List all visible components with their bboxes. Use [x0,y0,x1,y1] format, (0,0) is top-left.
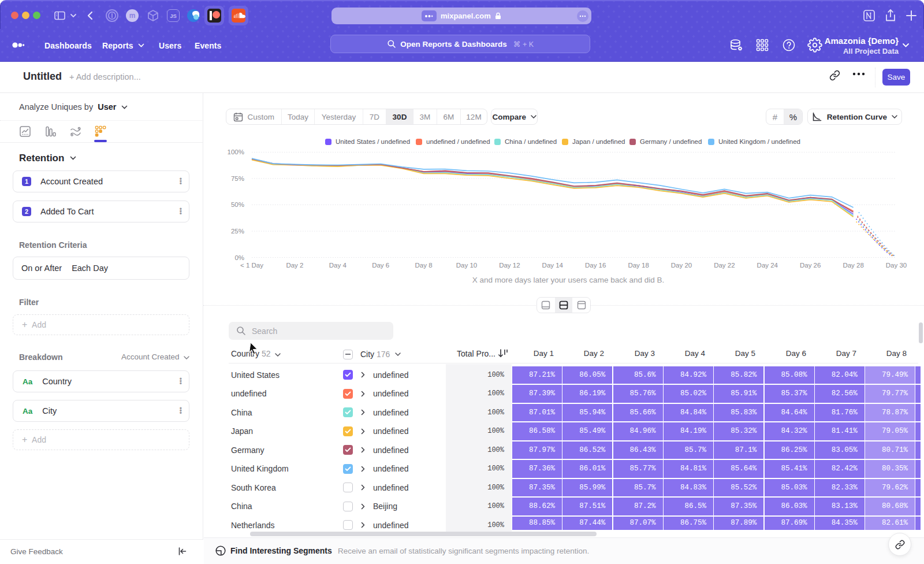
svg-text:Day 14: Day 14 [542,262,564,269]
svg-text:Day 12: Day 12 [499,262,520,269]
svg-text:Day 4: Day 4 [329,262,347,269]
svg-text:Day 18: Day 18 [628,262,649,269]
svg-text:Day 8: Day 8 [415,262,433,269]
svg-text:Day 2: Day 2 [286,262,303,269]
svg-text:0%: 0% [234,254,244,261]
svg-text:100%: 100% [228,149,244,155]
svg-text:Day 20: Day 20 [671,262,692,269]
svg-text:75%: 75% [231,175,244,182]
svg-text:50%: 50% [231,201,244,208]
svg-text:Day 30: Day 30 [886,262,907,269]
svg-text:25%: 25% [231,228,244,235]
svg-text:Day 26: Day 26 [800,262,821,269]
svg-text:Day 6: Day 6 [372,262,389,269]
svg-text:Day 28: Day 28 [843,262,863,269]
svg-text:Day 24: Day 24 [757,262,778,269]
svg-text:X and more days later your use: X and more days later your users came ba… [472,276,664,284]
svg-text:Day 16: Day 16 [585,262,606,269]
svg-text:< 1 Day: < 1 Day [240,262,263,269]
svg-text:Day 22: Day 22 [714,262,735,269]
svg-text:Day 10: Day 10 [456,262,477,269]
